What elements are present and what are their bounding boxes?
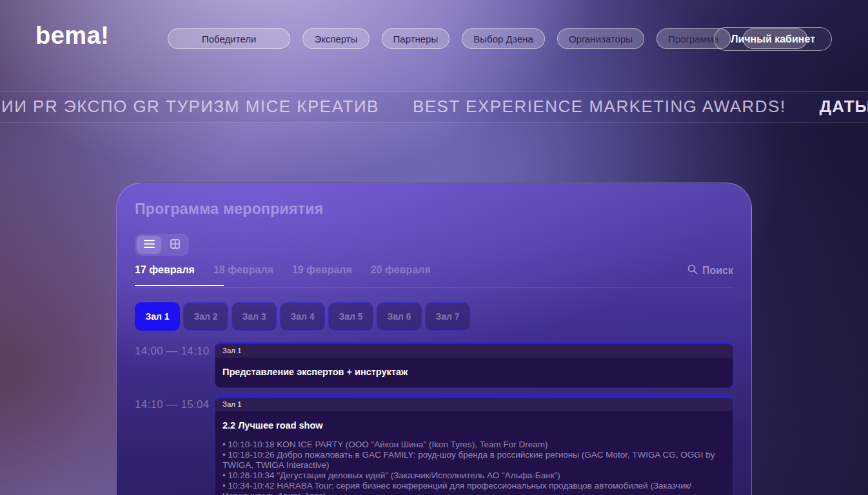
session-hall-badge: Зал 1 — [215, 344, 733, 358]
hall-button-5[interactable]: Зал 5 — [328, 302, 373, 331]
hall-button-4[interactable]: Зал 4 — [280, 302, 325, 331]
session-hall-badge: Зал 1 — [215, 398, 733, 411]
search-label: Поиск — [702, 265, 733, 277]
marquee-segment-dates: ДАТЫ ФЕС — [820, 97, 868, 117]
session-body: Представление экспертов + инструктаж — [215, 358, 733, 387]
search-button[interactable]: Поиск — [687, 264, 733, 287]
hall-button-7[interactable]: Зал 7 — [425, 302, 470, 331]
hall-button-2[interactable]: Зал 2 — [183, 302, 228, 331]
marquee-banner: ИИ PR ЭКСПО GR ТУРИЗМ MICE КРЕАТИВ BEST … — [0, 91, 868, 122]
marquee-segment-awards: BEST EXPERIENCE MARKETING AWARDS! — [413, 97, 786, 117]
session-time: 14:10 — 15:04 — [135, 396, 215, 495]
view-mode-toggle — [135, 234, 189, 256]
session-agenda: 10:10-10:18 KON ICE PARTY (ООО "Айкон Ши… — [222, 440, 725, 495]
nav-item-organizers[interactable]: Организаторы — [557, 28, 644, 49]
logo[interactable]: bema! — [35, 22, 109, 50]
session-row: 14:00 — 14:10 Зал 1 Представление экспер… — [135, 342, 733, 388]
search-icon — [687, 264, 698, 277]
agenda-item: 10:18-10:26 Добро пожаловать в GAC FAMIL… — [222, 450, 725, 471]
session-body: 2.2 Лучшее road show 10:10-10:18 KON ICE… — [215, 411, 733, 495]
session-card[interactable]: Зал 1 Представление экспертов + инструкт… — [215, 342, 733, 388]
tab-feb-19[interactable]: 19 февраля — [292, 264, 352, 286]
hall-button-6[interactable]: Зал 6 — [377, 302, 422, 331]
session-time: 14:00 — 14:10 — [135, 342, 215, 388]
session-row: 14:10 — 15:04 Зал 1 2.2 Лучшее road show… — [135, 396, 733, 495]
date-tabs: 17 февраля 18 февраля 19 февраля 20 февр… — [135, 264, 733, 287]
grid-view-icon — [170, 239, 180, 251]
marquee-segment-topics: ИИ PR ЭКСПО GR ТУРИЗМ MICE КРЕАТИВ — [1, 97, 379, 117]
session-title: 2.2 Лучшее road show — [222, 420, 725, 431]
tab-feb-18[interactable]: 18 февраля — [213, 264, 273, 286]
hall-filter: Зал 1 Зал 2 Зал 3 Зал 4 Зал 5 Зал 6 Зал … — [135, 302, 733, 331]
agenda-item: 10:26-10:34 "Дегустация деловых идей" (З… — [222, 471, 725, 481]
program-card: Программа мероприятия 17 февраля 18 февр… — [116, 182, 752, 495]
nav-item-winners[interactable]: Победители — [168, 28, 290, 49]
nav-item-experts[interactable]: Эксперты — [302, 28, 369, 49]
hall-button-3[interactable]: Зал 3 — [232, 302, 277, 331]
agenda-item: 10:34-10:42 HARABA Tour: серия бизнес ко… — [222, 481, 725, 495]
tab-feb-20[interactable]: 20 февраля — [371, 264, 431, 286]
list-view-icon — [144, 239, 155, 251]
nav-item-zen-choice[interactable]: Выбор Дзена — [462, 28, 545, 49]
nav-item-partners[interactable]: Партнеры — [382, 28, 450, 49]
session-list: 14:00 — 14:10 Зал 1 Представление экспер… — [135, 342, 733, 495]
agenda-item: 10:10-10:18 KON ICE PARTY (ООО "Айкон Ши… — [222, 440, 725, 450]
main-nav: Победители Эксперты Партнеры Выбор Дзена… — [168, 28, 807, 49]
page-title: Программа мероприятия — [135, 200, 733, 218]
hall-button-1[interactable]: Зал 1 — [135, 302, 180, 331]
session-card[interactable]: Зал 1 2.2 Лучшее road show 10:10-10:18 K… — [215, 396, 733, 495]
tab-feb-17[interactable]: 17 февраля — [135, 264, 195, 286]
grid-view-button[interactable] — [163, 236, 187, 254]
list-view-button[interactable] — [137, 236, 161, 254]
personal-account-button[interactable]: Личный кабинет — [714, 27, 832, 51]
session-title: Представление экспертов + инструктаж — [222, 367, 725, 377]
